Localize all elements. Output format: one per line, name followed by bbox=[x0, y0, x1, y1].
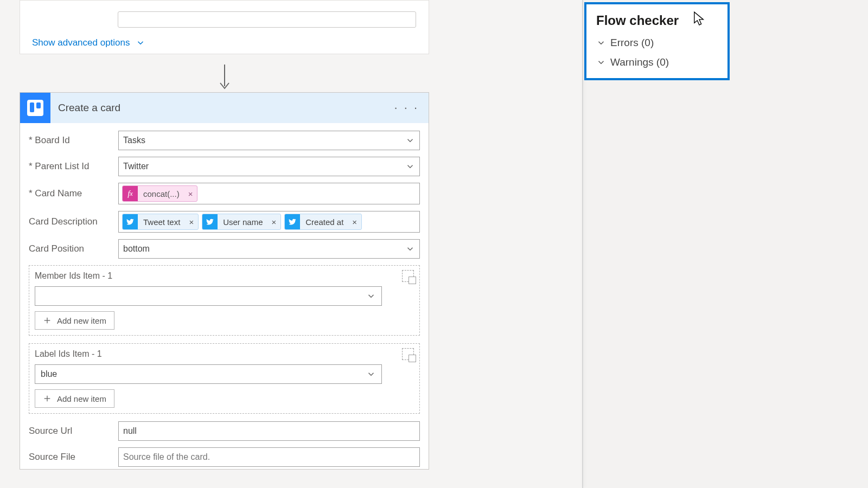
right-panel-divider bbox=[582, 0, 583, 488]
label-ids-select[interactable]: blue bbox=[35, 364, 382, 384]
token-label: Created at bbox=[300, 217, 348, 227]
show-advanced-options-toggle[interactable]: Show advanced options bbox=[20, 33, 429, 48]
source-url-value: null bbox=[123, 426, 137, 436]
step-header[interactable]: Create a card · · · bbox=[20, 93, 429, 123]
step-title: Create a card bbox=[58, 102, 384, 114]
twitter-icon bbox=[285, 214, 300, 229]
card-position-select[interactable]: bottom bbox=[118, 239, 420, 259]
add-label-item-button[interactable]: Add new item bbox=[35, 389, 114, 408]
token-remove[interactable]: × bbox=[184, 217, 198, 227]
board-id-label: * Board Id bbox=[29, 135, 118, 146]
fx-expression-token[interactable]: fx concat(...) × bbox=[122, 185, 197, 202]
label-ids-title: Label Ids Item - 1 bbox=[35, 349, 102, 359]
flow-checker-errors-label: Errors (0) bbox=[610, 37, 654, 49]
chevron-down-icon bbox=[405, 136, 415, 145]
label-ids-header: Label Ids Item - 1 bbox=[35, 348, 414, 360]
source-file-input[interactable]: Source file of the card. bbox=[118, 447, 420, 467]
switch-mode-icon[interactable] bbox=[402, 348, 414, 360]
chevron-down-icon bbox=[596, 38, 606, 48]
add-label-item-label: Add new item bbox=[57, 394, 106, 403]
source-file-placeholder: Source file of the card. bbox=[123, 452, 210, 462]
field-row-parent-list: * Parent List Id Twitter bbox=[29, 157, 420, 176]
member-ids-header: Member Ids Item - 1 bbox=[35, 270, 414, 282]
board-id-value: Tasks bbox=[123, 136, 145, 145]
member-ids-title: Member Ids Item - 1 bbox=[35, 271, 112, 281]
chevron-down-icon bbox=[136, 38, 145, 48]
parent-list-label: * Parent List Id bbox=[29, 161, 118, 172]
parent-list-value: Twitter bbox=[123, 162, 149, 171]
board-id-select[interactable]: Tasks bbox=[118, 131, 420, 150]
field-row-board-id: * Board Id Tasks bbox=[29, 131, 420, 150]
field-row-card-name: * Card Name fx concat(...) × bbox=[29, 183, 420, 204]
fx-icon: fx bbox=[123, 186, 138, 201]
field-row-source-file: Source File Source file of the card. bbox=[29, 447, 420, 467]
field-row-card-description: Card Description Tweet text × User name … bbox=[29, 211, 420, 233]
member-ids-group: Member Ids Item - 1 Add new item bbox=[29, 265, 420, 336]
parent-list-select[interactable]: Twitter bbox=[118, 157, 420, 176]
connector-arrow bbox=[20, 60, 429, 93]
source-url-input[interactable]: null bbox=[118, 421, 420, 441]
token-label: Tweet text bbox=[138, 217, 184, 227]
chevron-down-icon bbox=[405, 244, 415, 254]
chevron-down-icon bbox=[405, 162, 415, 171]
flow-checker-title: Flow checker bbox=[596, 13, 718, 28]
fx-token-label: concat(...) bbox=[138, 189, 184, 198]
card-name-input[interactable]: fx concat(...) × bbox=[118, 183, 420, 204]
chevron-down-icon bbox=[366, 291, 376, 301]
add-member-item-button[interactable]: Add new item bbox=[35, 311, 114, 330]
trello-connector-icon bbox=[20, 93, 50, 123]
flow-checker-warnings-row[interactable]: Warnings (0) bbox=[596, 56, 718, 68]
plus-icon bbox=[43, 316, 52, 325]
trello-icon bbox=[27, 100, 43, 116]
token-remove[interactable]: × bbox=[267, 217, 281, 227]
switch-mode-icon[interactable] bbox=[402, 270, 414, 282]
flow-checker-errors-row[interactable]: Errors (0) bbox=[596, 37, 718, 49]
token-created-at[interactable]: Created at × bbox=[284, 214, 362, 230]
flow-checker-panel: Flow checker Errors (0) Warnings (0) bbox=[584, 2, 730, 80]
twitter-icon bbox=[123, 214, 138, 229]
flow-checker-warnings-label: Warnings (0) bbox=[610, 56, 669, 68]
card-description-label: Card Description bbox=[29, 216, 118, 227]
add-member-item-label: Add new item bbox=[57, 316, 106, 325]
field-row-source-url: Source Url null bbox=[29, 421, 420, 441]
create-card-step: Create a card · · · * Board Id Tasks * P… bbox=[20, 92, 429, 470]
fx-token-remove[interactable]: × bbox=[184, 189, 197, 198]
source-url-label: Source Url bbox=[29, 426, 118, 436]
chevron-down-icon bbox=[366, 369, 376, 379]
chevron-down-icon bbox=[596, 57, 606, 67]
card-description-input[interactable]: Tweet text × User name × Created at × bbox=[118, 211, 420, 233]
previous-step-card: Show advanced options bbox=[20, 0, 429, 54]
card-position-value: bottom bbox=[123, 244, 150, 254]
source-file-label: Source File bbox=[29, 452, 118, 463]
token-user-name[interactable]: User name × bbox=[202, 214, 281, 230]
token-remove[interactable]: × bbox=[348, 217, 361, 227]
token-tweet-text[interactable]: Tweet text × bbox=[122, 214, 199, 230]
field-row-card-position: Card Position bottom bbox=[29, 239, 420, 259]
arrow-down-icon bbox=[218, 65, 231, 93]
step-more-menu[interactable]: · · · bbox=[384, 101, 429, 115]
card-name-label: * Card Name bbox=[29, 188, 118, 199]
label-ids-value: blue bbox=[41, 369, 57, 379]
label-ids-group: Label Ids Item - 1 blue Add new item bbox=[29, 343, 420, 414]
twitter-icon bbox=[202, 214, 218, 229]
previous-step-input[interactable] bbox=[118, 11, 416, 28]
show-advanced-options-label: Show advanced options bbox=[32, 37, 130, 48]
flow-canvas: Show advanced options Create a card · · … bbox=[0, 0, 583, 488]
plus-icon bbox=[43, 394, 52, 403]
token-label: User name bbox=[218, 217, 267, 227]
step-body: * Board Id Tasks * Parent List Id Twitte… bbox=[20, 123, 429, 469]
member-ids-select[interactable] bbox=[35, 286, 382, 306]
card-position-label: Card Position bbox=[29, 243, 118, 254]
